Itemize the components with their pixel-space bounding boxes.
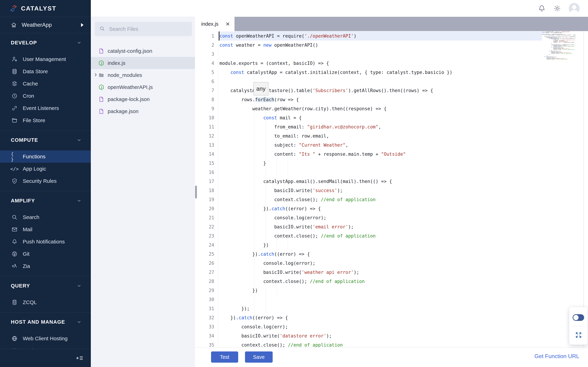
sidebar-item-label: Cron (23, 93, 34, 99)
sidebar-item-search[interactable]: Search (0, 211, 91, 223)
sidebar-item-event-listeners[interactable]: Event Listeners (0, 102, 91, 114)
shield-icon (11, 177, 18, 185)
line-number: 13 (195, 141, 218, 150)
file-item-package-lock.json[interactable]: package-lock.json (91, 93, 195, 105)
file-item-package.json[interactable]: package.json (91, 105, 195, 117)
code-line: basicIO.write('datastore error'); (219, 331, 588, 341)
sidebar-item-label: Git (23, 251, 29, 257)
panel-scrollbar-thumb[interactable] (195, 186, 197, 199)
sql-icon: SQL (11, 299, 18, 306)
tab-index-js[interactable]: index.js ✕ (195, 17, 234, 31)
json-file-icon (98, 48, 104, 54)
editor-body[interactable]: 1234567891011121314151617181920212223242… (195, 31, 588, 347)
sidebar-item-file-store[interactable]: File Store (0, 114, 91, 126)
line-number-gutter: 1234567891011121314151617181920212223242… (195, 31, 218, 347)
search-icon (11, 214, 18, 221)
close-tab-icon[interactable]: ✕ (225, 21, 230, 27)
sidebar-item-zia[interactable]: Zia (0, 260, 91, 272)
code-line: to_email: row.email, (219, 131, 588, 141)
sidebar-item-functions[interactable]: { }Functions (0, 150, 91, 163)
file-search[interactable] (95, 22, 192, 36)
line-number: 16 (195, 168, 218, 177)
sidebar-item-mail[interactable]: Mail (0, 223, 91, 236)
code-line (219, 77, 588, 86)
project-selector[interactable]: WeatherApp (0, 17, 91, 33)
sidebar-item-label: Zia (23, 263, 30, 269)
line-number: 33 (195, 322, 218, 331)
section-title: COMPUTE (11, 137, 38, 143)
collapse-sidebar-icon[interactable] (76, 354, 84, 362)
user-gear-icon (11, 56, 18, 63)
line-number: 7 (195, 86, 218, 95)
code-line: console.log(error); (219, 213, 588, 222)
sidebar-item-push-notifications[interactable]: Push Notifications (0, 236, 91, 248)
code-line: const catalystApp = catalyst.initialize(… (219, 68, 588, 77)
chevron-down-icon (77, 198, 82, 203)
file-item-node_modules[interactable]: node_modules (91, 69, 195, 81)
section-header[interactable]: DEVELOP (0, 38, 91, 47)
code-icon: </> (11, 165, 18, 173)
section-header[interactable]: COMPUTE (0, 136, 91, 144)
json-file-icon (98, 96, 104, 102)
sidebar-item-label: Push Notifications (23, 239, 65, 245)
notifications-icon[interactable] (538, 5, 546, 12)
minimap[interactable]: const openWeatherAPI = require('./openWe… (542, 32, 576, 60)
line-number: 5 (195, 68, 218, 77)
line-number: 26 (195, 259, 218, 268)
sidebar-item-git[interactable]: Git (0, 248, 91, 260)
editor-scrollbar[interactable] (583, 31, 584, 347)
code-line: catalystApp.email().sendMail(mail).then(… (219, 177, 588, 186)
type-tooltip: any (253, 82, 268, 95)
file-item-catalyst-config.json[interactable]: catalyst-config.json (91, 45, 195, 57)
settings-icon[interactable] (553, 5, 561, 12)
code-line: subject: "Current Weather", (219, 141, 588, 150)
file-name: package-lock.json (108, 96, 150, 102)
sidebar-item-label: Cache (23, 81, 38, 87)
sidebar-item-user-management[interactable]: User Management (0, 53, 91, 65)
file-explorer: catalyst-config.jsonindex.jsnode_modules… (91, 17, 195, 367)
avatar-head (572, 5, 576, 9)
code-line: catalystApp.datastore().table('Subscribe… (219, 86, 588, 95)
project-name: WeatherApp (22, 22, 52, 28)
code-line: context.close(); //end of application (542, 59, 576, 60)
git-icon (11, 250, 18, 258)
sidebar-item-zcql[interactable]: SQLZCQL (0, 296, 91, 309)
expand-chevron-icon[interactable] (93, 73, 98, 78)
folder-icon (11, 117, 18, 124)
code-content[interactable]: const openWeatherAPI = require('./openWe… (218, 31, 588, 347)
file-item-index.js[interactable]: index.js (91, 57, 195, 69)
sidebar-item-app-logic[interactable]: </>App Logic (0, 163, 91, 175)
test-button[interactable]: Test (211, 351, 238, 363)
sidebar-item-label: User Management (23, 56, 66, 62)
code-line: } (219, 159, 588, 168)
line-number: 4 (195, 59, 218, 68)
code-line: rows.forEach(row => { (219, 95, 588, 104)
sidebar-item-cron[interactable]: Cron (0, 90, 91, 102)
sidebar-item-data-store[interactable]: Data Store (0, 65, 91, 78)
save-button[interactable]: Save (245, 351, 273, 363)
section-header[interactable]: HOST AND MANAGE (0, 318, 91, 326)
sidebar-item-web-client-hosting[interactable]: Web Client Hosting (0, 332, 91, 345)
code-line: }) (219, 286, 588, 295)
sidebar-item-cache[interactable]: Cache (0, 78, 91, 90)
code-line (219, 168, 588, 177)
get-function-url-link[interactable]: Get Function URL (535, 353, 579, 359)
zia-icon (11, 262, 18, 270)
sidebar-item-label: File Store (23, 117, 45, 123)
file-item-openWeatherAPI.js[interactable]: openWeatherAPI.js (91, 81, 195, 93)
search-input[interactable] (109, 26, 179, 32)
sidebar-item-security-rules[interactable]: Security Rules (0, 175, 91, 187)
database-icon (11, 68, 18, 75)
sidebar-item-label: Mail (23, 226, 32, 233)
sidebar-item-label: Web Client Hosting (23, 335, 68, 342)
section-header[interactable]: QUERY (0, 282, 91, 290)
editor-toggle[interactable] (573, 314, 584, 321)
line-number: 24 (195, 241, 218, 250)
js-file-icon (98, 60, 104, 66)
sidebar-item-label: Functions (23, 154, 45, 159)
mail-icon (11, 226, 18, 233)
fullscreen-icon[interactable] (575, 332, 582, 339)
file-name: node_modules (108, 72, 142, 78)
avatar[interactable] (569, 3, 579, 14)
section-header[interactable]: AMPLIFY (0, 196, 91, 205)
